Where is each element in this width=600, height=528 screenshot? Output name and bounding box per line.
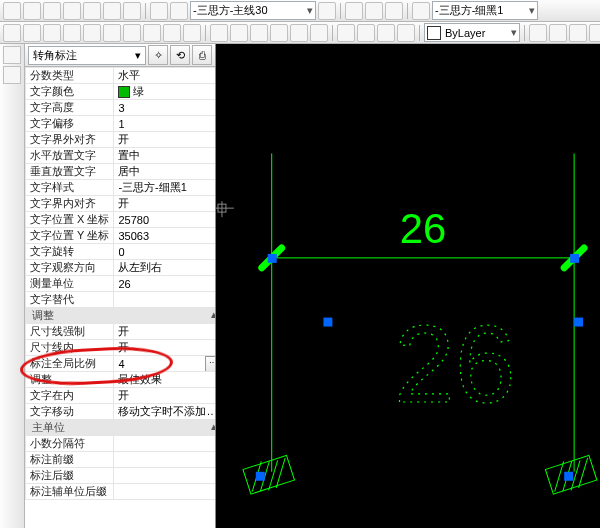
tool-icon[interactable]: [103, 24, 121, 42]
property-row[interactable]: 尺寸线强制开: [26, 324, 216, 340]
tool-icon[interactable]: [123, 24, 141, 42]
tool-icon[interactable]: [230, 24, 248, 42]
property-row[interactable]: 文字样式-三思方-细黑1: [26, 180, 216, 196]
tool-icon[interactable]: [250, 24, 268, 42]
palette-button[interactable]: ✧: [148, 45, 168, 65]
tool-icon[interactable]: [43, 24, 61, 42]
property-value[interactable]: 4⋯: [114, 356, 215, 372]
category-header[interactable]: 调整▴: [26, 308, 216, 324]
property-row[interactable]: 尺寸线内开: [26, 340, 216, 356]
property-value[interactable]: 开: [114, 340, 215, 356]
tool-icon[interactable]: [270, 24, 288, 42]
property-value[interactable]: 绿: [114, 84, 215, 100]
property-value[interactable]: 居中: [114, 164, 215, 180]
tool-icon[interactable]: [397, 24, 415, 42]
tool-icon[interactable]: [63, 2, 81, 20]
tool-icon[interactable]: [163, 24, 181, 42]
property-row[interactable]: 文字颜色绿: [26, 84, 216, 100]
tool-icon[interactable]: [3, 2, 21, 20]
tool-icon[interactable]: [103, 2, 121, 20]
property-value[interactable]: 置中: [114, 148, 215, 164]
tool-icon[interactable]: [345, 2, 363, 20]
property-value[interactable]: 25780: [114, 212, 215, 228]
property-row[interactable]: 标注全局比例4⋯: [26, 356, 216, 372]
object-type-selector[interactable]: 转角标注 ▾: [28, 46, 146, 65]
property-row[interactable]: 垂直放置文字居中: [26, 164, 216, 180]
property-value[interactable]: -三思方-细黑1: [114, 180, 215, 196]
tool-icon[interactable]: [290, 24, 308, 42]
property-value[interactable]: 开: [114, 132, 215, 148]
property-row[interactable]: 文字位置 X 坐标25780: [26, 212, 216, 228]
property-row[interactable]: 文字观察方向从左到右: [26, 260, 216, 276]
tool-icon[interactable]: [123, 2, 141, 20]
property-value[interactable]: [114, 452, 215, 468]
tool-icon[interactable]: [150, 2, 168, 20]
tool-icon[interactable]: [83, 2, 101, 20]
tool-icon[interactable]: [377, 24, 395, 42]
tool-icon[interactable]: [318, 2, 336, 20]
dock-icon[interactable]: [3, 46, 21, 64]
tool-icon[interactable]: [529, 24, 547, 42]
property-value[interactable]: 26: [114, 276, 215, 292]
tool-icon[interactable]: [589, 24, 600, 42]
property-value[interactable]: 开: [114, 196, 215, 212]
property-row[interactable]: 分数类型水平: [26, 68, 216, 84]
tool-icon[interactable]: [210, 24, 228, 42]
tool-icon[interactable]: [43, 2, 61, 20]
property-value[interactable]: 3: [114, 100, 215, 116]
property-row[interactable]: 文字位置 Y 坐标35063: [26, 228, 216, 244]
textstyle-combo[interactable]: -三思方-细黑1 ▾: [432, 1, 538, 20]
tool-icon[interactable]: [310, 24, 328, 42]
property-row[interactable]: 调整最佳效果: [26, 372, 216, 388]
tool-icon[interactable]: [23, 2, 41, 20]
tool-icon[interactable]: [83, 24, 101, 42]
property-row[interactable]: 文字替代: [26, 292, 216, 308]
linestyle-combo[interactable]: -三思方-主线30 ▾: [190, 1, 316, 20]
palette-button[interactable]: ⟲: [170, 45, 190, 65]
category-header[interactable]: 主单位▴: [26, 420, 216, 436]
property-row[interactable]: 文字界内对齐开: [26, 196, 216, 212]
property-value[interactable]: 1: [114, 116, 215, 132]
property-row[interactable]: 文字移动移动文字时不添加…: [26, 404, 216, 420]
property-value[interactable]: 水平: [114, 68, 215, 84]
palette-button[interactable]: ⎙: [192, 45, 212, 65]
tool-icon[interactable]: [63, 24, 81, 42]
dock-icon[interactable]: [3, 66, 21, 84]
tool-icon[interactable]: [365, 2, 383, 20]
property-row[interactable]: 标注后缀: [26, 468, 216, 484]
property-row[interactable]: 小数分隔符: [26, 436, 216, 452]
tool-icon[interactable]: [569, 24, 587, 42]
property-value[interactable]: 移动文字时不添加…: [114, 404, 215, 420]
property-row[interactable]: 文字在内开: [26, 388, 216, 404]
tool-icon[interactable]: [170, 2, 188, 20]
property-row[interactable]: 水平放置文字置中: [26, 148, 216, 164]
tool-icon[interactable]: [143, 24, 161, 42]
property-row[interactable]: 文字高度3: [26, 100, 216, 116]
property-row[interactable]: 文字偏移1: [26, 116, 216, 132]
property-value[interactable]: [114, 436, 215, 452]
property-row[interactable]: 文字界外对齐开: [26, 132, 216, 148]
drawing-canvas[interactable]: 26 26: [216, 44, 600, 528]
property-value[interactable]: 开: [114, 324, 215, 340]
property-value[interactable]: 开: [114, 388, 215, 404]
tool-icon[interactable]: [3, 24, 21, 42]
property-value[interactable]: [114, 484, 215, 500]
tool-icon[interactable]: [549, 24, 567, 42]
property-row[interactable]: 标注前缀: [26, 452, 216, 468]
bylayer-combo[interactable]: ByLayer ▾: [424, 23, 520, 42]
tool-icon[interactable]: [23, 24, 41, 42]
palette-body[interactable]: 分数类型水平文字颜色绿文字高度3文字偏移1文字界外对齐开水平放置文字置中垂直放置…: [25, 67, 215, 528]
property-row[interactable]: 标注辅单位后缀: [26, 484, 216, 500]
property-value[interactable]: [114, 292, 215, 308]
property-value[interactable]: 从左到右: [114, 260, 215, 276]
property-value[interactable]: [114, 468, 215, 484]
cell-more-button[interactable]: ⋯: [205, 356, 215, 372]
text-icon[interactable]: [412, 2, 430, 20]
property-value[interactable]: 0: [114, 244, 215, 260]
property-row[interactable]: 测量单位26: [26, 276, 216, 292]
property-row[interactable]: 文字旋转0: [26, 244, 216, 260]
property-value[interactable]: 最佳效果: [114, 372, 215, 388]
property-value[interactable]: 35063: [114, 228, 215, 244]
tool-icon[interactable]: [385, 2, 403, 20]
tool-icon[interactable]: [337, 24, 355, 42]
